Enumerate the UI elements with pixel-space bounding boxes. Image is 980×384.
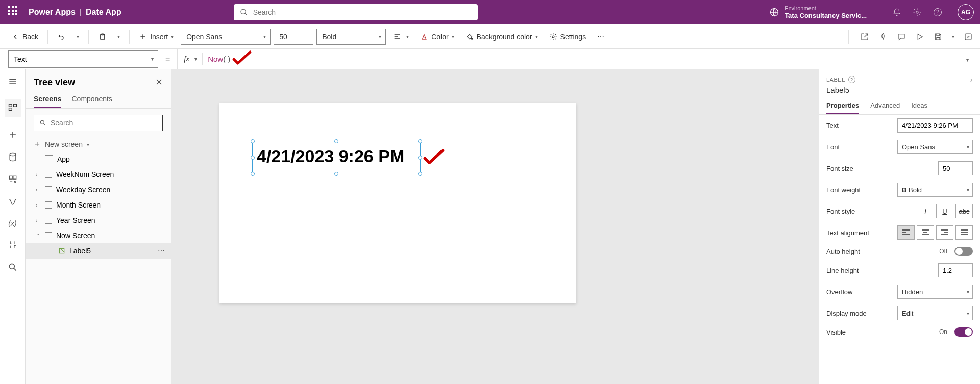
svg-rect-12 <box>9 104 12 107</box>
visible-toggle[interactable] <box>954 327 973 337</box>
font-weight-selector[interactable]: Bold▾ <box>316 29 386 45</box>
panel-collapse[interactable]: › <box>970 75 973 84</box>
screen-artboard[interactable]: 4/21/2023 9:26 PM <box>219 103 576 303</box>
strike-button[interactable]: abc <box>955 204 973 218</box>
align-right-button[interactable] <box>936 225 953 240</box>
align-left-button[interactable] <box>897 225 915 240</box>
tools-icon[interactable] <box>8 240 18 250</box>
property-selector[interactable]: Text▾ <box>8 50 158 68</box>
tree-item-screen[interactable]: ›Year Screen <box>26 213 171 228</box>
canvas[interactable]: 4/21/2023 9:26 PM <box>172 69 819 384</box>
help-icon[interactable] <box>933 8 942 17</box>
undo-button[interactable] <box>53 31 69 43</box>
control-name[interactable]: Label5 <box>826 86 973 94</box>
resize-handle[interactable] <box>251 172 255 176</box>
resize-handle[interactable] <box>418 156 422 160</box>
selected-control[interactable]: 4/21/2023 9:26 PM <box>252 141 421 174</box>
new-screen-button[interactable]: New screen ▾ <box>26 137 171 151</box>
color-button[interactable]: Color▾ <box>416 31 458 43</box>
tree-item-screen[interactable]: ›Month Screen <box>26 197 171 213</box>
font-size-input[interactable]: 50 <box>274 29 313 45</box>
prop-font-size-input[interactable] <box>938 161 973 175</box>
tree-search[interactable] <box>34 115 163 131</box>
svg-rect-17 <box>13 176 16 179</box>
formula-expand[interactable]: ▾ <box>963 55 972 64</box>
settings-icon[interactable] <box>913 8 922 17</box>
formula-input[interactable]: Now( ) <box>208 55 230 63</box>
tab-components[interactable]: Components <box>71 95 112 108</box>
checker-icon[interactable] <box>878 32 888 41</box>
settings-button[interactable]: Settings <box>545 31 591 43</box>
auto-height-toggle[interactable] <box>954 247 973 256</box>
user-avatar[interactable]: AG <box>958 4 974 20</box>
variables-icon[interactable]: (x) <box>8 219 16 227</box>
paste-button[interactable] <box>94 31 110 43</box>
prop-font-select[interactable]: Open Sans▾ <box>897 140 973 154</box>
prop-text-input[interactable] <box>897 118 973 133</box>
comments-icon[interactable] <box>897 32 906 41</box>
save-menu[interactable]: ▾ <box>952 34 954 39</box>
align-justify-button[interactable] <box>955 225 973 240</box>
tree-item-screen[interactable]: ›Now Screen <box>26 228 171 243</box>
align-button[interactable]: ▾ <box>389 31 413 43</box>
prop-line-height-input[interactable] <box>938 263 973 277</box>
prop-display-mode-select[interactable]: Edit▾ <box>897 306 973 320</box>
resize-handle[interactable] <box>251 139 255 143</box>
global-search[interactable] <box>234 4 478 20</box>
italic-button[interactable]: I <box>917 204 934 218</box>
tree-search-input[interactable] <box>51 119 157 127</box>
resize-handle[interactable] <box>334 172 338 176</box>
search-input[interactable] <box>253 8 472 16</box>
annotation-check-icon <box>423 148 445 165</box>
fx-menu[interactable]: ▾ <box>194 56 197 62</box>
tree-list: App ›WeekNum Screen ›Weekday Screen ›Mon… <box>26 151 171 384</box>
prop-font-weight-select[interactable]: B Bold▾ <box>897 183 973 197</box>
tree-item-screen[interactable]: ›WeekNum Screen <box>26 167 171 182</box>
insert-rail-icon[interactable] <box>8 130 18 140</box>
prop-font-label: Font <box>826 143 893 151</box>
resize-handle[interactable] <box>334 139 338 143</box>
control-type-label: LABEL ? › <box>826 75 973 84</box>
prop-font-size-label: Font size <box>826 165 934 172</box>
insert-button[interactable]: Insert ▾ <box>135 31 178 43</box>
tree-item-app[interactable]: App <box>26 151 171 167</box>
resize-handle[interactable] <box>418 139 422 143</box>
fx-icon[interactable]: fx <box>184 55 189 63</box>
resize-handle[interactable] <box>418 172 422 176</box>
notifications-icon[interactable] <box>892 8 901 17</box>
search-rail-icon[interactable] <box>8 262 18 272</box>
align-center-button[interactable] <box>917 225 934 240</box>
underline-button[interactable]: U <box>936 204 953 218</box>
font-selector[interactable]: Open Sans▾ <box>181 29 271 45</box>
tree-item-more[interactable]: ⋯ <box>158 247 166 255</box>
tab-advanced[interactable]: Advanced <box>870 101 900 114</box>
share-icon[interactable] <box>860 32 869 41</box>
more-button[interactable]: ⋯ <box>593 31 608 43</box>
back-button[interactable]: Back <box>7 31 42 43</box>
prop-overflow-select[interactable]: Hidden▾ <box>897 285 973 299</box>
main-area: (x) Tree view ✕ Screens Components New s… <box>0 69 980 384</box>
undo-menu[interactable]: ▾ <box>72 32 83 41</box>
bg-color-button[interactable]: Background color▾ <box>461 31 542 43</box>
formula-bar: Text▾ = fx▾ Now( ) ▾ <box>0 49 980 69</box>
data-icon[interactable] <box>8 152 18 162</box>
environment-selector[interactable]: Environment Tata Consultancy Servic... <box>785 5 867 20</box>
help-icon[interactable]: ? <box>848 76 855 83</box>
tab-screens[interactable]: Screens <box>34 95 61 108</box>
paste-menu[interactable]: ▾ <box>113 32 124 41</box>
hamburger-icon[interactable] <box>8 76 18 87</box>
tree-view-icon[interactable] <box>8 102 18 112</box>
tab-ideas[interactable]: Ideas <box>911 101 927 114</box>
flows-icon[interactable] <box>8 197 18 207</box>
resize-handle[interactable] <box>251 156 255 160</box>
publish-icon[interactable] <box>964 32 973 41</box>
media-icon[interactable] <box>8 174 18 185</box>
tree-item-screen[interactable]: ›Weekday Screen <box>26 182 171 197</box>
tree-close-button[interactable]: ✕ <box>155 76 163 88</box>
tab-properties[interactable]: Properties <box>826 101 859 114</box>
play-icon[interactable] <box>915 32 924 41</box>
app-launcher-icon[interactable] <box>8 6 20 18</box>
tree-item-label[interactable]: Label5 ⋯ <box>26 243 171 259</box>
save-icon[interactable] <box>934 32 943 41</box>
svg-rect-16 <box>9 176 12 179</box>
